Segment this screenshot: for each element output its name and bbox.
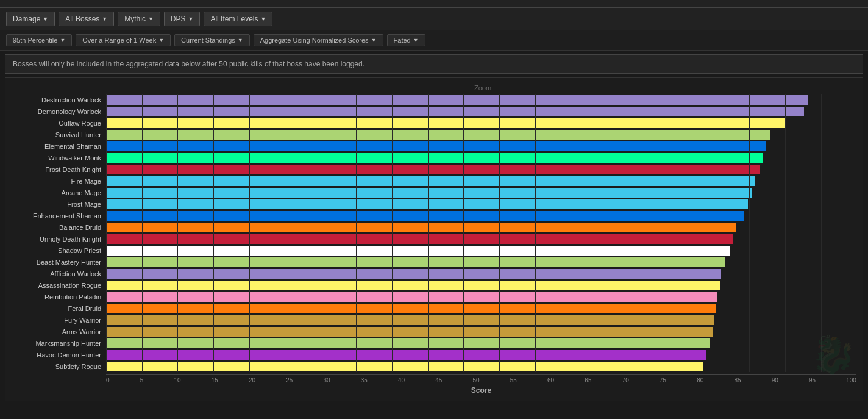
table-row[interactable]: Enhancement Shaman [5,210,856,221]
axis-tick: 35 [361,377,368,384]
table-row[interactable]: Outlaw Rogue [5,117,856,129]
bar [106,281,720,290]
axis-ticks: 0510152025303540455055606570758085909510… [106,375,856,384]
zoom-label: Zoom [109,84,856,91]
table-row[interactable]: Unholy Death Knight [5,233,856,245]
bar-label: Balance Druid [5,224,106,231]
bar-area [106,350,856,360]
nav-btn-all-item-levels[interactable]: All Item Levels▼ [204,12,272,26]
table-row[interactable]: Arcane Mage [5,187,856,198]
bar-label: Shadow Priest [5,247,106,254]
bar-area [106,362,856,371]
bar [106,350,706,360]
bar [106,188,752,198]
table-row[interactable]: Assassination Rogue [5,279,856,291]
dropdown-arrow-icon: ▼ [148,16,154,22]
bar-label: Demonology Warlock [5,108,106,115]
bar [106,165,760,174]
filter-arrow-icon: ▼ [371,37,377,43]
bar-label: Frost Mage [5,201,106,208]
filter-btn-fated[interactable]: Fated▼ [387,34,425,46]
table-row[interactable]: Windwalker Monk [5,152,856,163]
bar [106,141,766,151]
nav-btn-mythic[interactable]: Mythic▼ [118,12,160,26]
table-row[interactable]: Demonology Warlock [5,106,856,117]
dropdown-arrow-icon: ▼ [188,16,194,22]
filter-btn-percentile[interactable]: 95th Percentile▼ [6,34,72,46]
table-row[interactable]: Arms Warrior [5,326,856,337]
bar [106,246,730,256]
table-row[interactable]: Fury Warrior [5,314,856,326]
bar-area [106,141,856,151]
bar [106,362,703,371]
dropdown-arrow-icon: ▼ [260,16,266,22]
table-row[interactable]: Feral Druid [5,303,856,314]
bar-label: Assassination Rogue [5,282,106,289]
axis-tick: 50 [473,377,480,384]
bar-area [106,292,856,302]
bar-area [106,176,856,186]
bar-area [106,107,856,116]
axis-tick: 30 [323,377,330,384]
table-row[interactable]: Subtlety Rogue [5,360,856,372]
bar [106,315,714,325]
bar-label: Elemental Shaman [5,143,106,150]
nav-btn-dps[interactable]: DPS▼ [164,12,201,26]
table-row[interactable]: Frost Death Knight [5,163,856,175]
table-row[interactable]: Survival Hunter [5,129,856,140]
axis-tick: 90 [772,377,778,384]
axis-tick: 55 [510,377,517,384]
bar-label: Havoc Demon Hunter [5,351,106,359]
filter-btn-standings[interactable]: Current Standings▼ [174,34,250,46]
dropdown-arrow-icon: ▼ [43,16,48,22]
nav-btn-damage[interactable]: Damage▼ [6,12,55,26]
table-row[interactable]: Retribution Paladin [5,291,856,303]
axis-tick: 40 [398,377,405,384]
bar-area [106,315,856,325]
bar [106,338,710,348]
filter-btn-range[interactable]: Over a Range of 1 Week▼ [76,34,171,46]
axis-tick: 95 [809,377,816,384]
bar-area [106,223,856,232]
table-row[interactable]: Destruction Warlock [5,94,856,106]
bar [106,153,763,163]
bar-label: Destruction Warlock [5,96,106,104]
bar-area [106,188,856,198]
bar-label: Marksmanship Hunter [5,340,106,347]
axis-tick: 20 [249,377,255,384]
table-row[interactable]: Havoc Demon Hunter [5,349,856,360]
table-row[interactable]: Affliction Warlock [5,268,856,279]
filter-btn-aggregate[interactable]: Aggregate Using Normalized Scores▼ [254,34,383,46]
table-row[interactable]: Fire Mage [5,175,856,187]
bar-label: Fire Mage [5,177,106,185]
axis-tick: 45 [435,377,442,384]
bar-area [106,211,856,221]
nav-btn-all-bosses[interactable]: All Bosses▼ [59,12,114,26]
bar [106,257,725,267]
table-row[interactable]: Marksmanship Hunter [5,337,856,349]
axis-tick: 15 [212,377,218,384]
bar-area [106,269,856,279]
axis-tick: 10 [174,377,180,384]
info-text: Bosses will only be included in the aggr… [13,60,365,68]
bar-label: Subtlety Rogue [5,363,106,370]
bar-area [106,327,856,337]
table-row[interactable]: Elemental Shaman [5,140,856,152]
axis-tick: 5 [140,377,144,384]
bar [106,327,713,337]
chart-inner: Destruction WarlockDemonology WarlockOut… [5,94,856,372]
table-row[interactable]: Balance Druid [5,221,856,233]
table-row[interactable]: Frost Mage [5,198,856,210]
axis-tick: 75 [660,377,666,384]
chart-container: Zoom Destruction WarlockDemonology Warlo… [5,77,863,401]
nav-bar [0,0,868,8]
filter-bar: 95th Percentile▼Over a Range of 1 Week▼C… [0,30,868,51]
table-row[interactable]: Shadow Priest [5,245,856,256]
axis-tick: 80 [697,377,703,384]
dropdown-arrow-icon: ▼ [102,16,107,22]
bar [106,269,721,279]
bar [106,234,733,244]
bar-area [106,153,856,163]
chart-bars-wrapper: Destruction WarlockDemonology WarlockOut… [5,94,856,372]
table-row[interactable]: Beast Mastery Hunter [5,256,856,268]
